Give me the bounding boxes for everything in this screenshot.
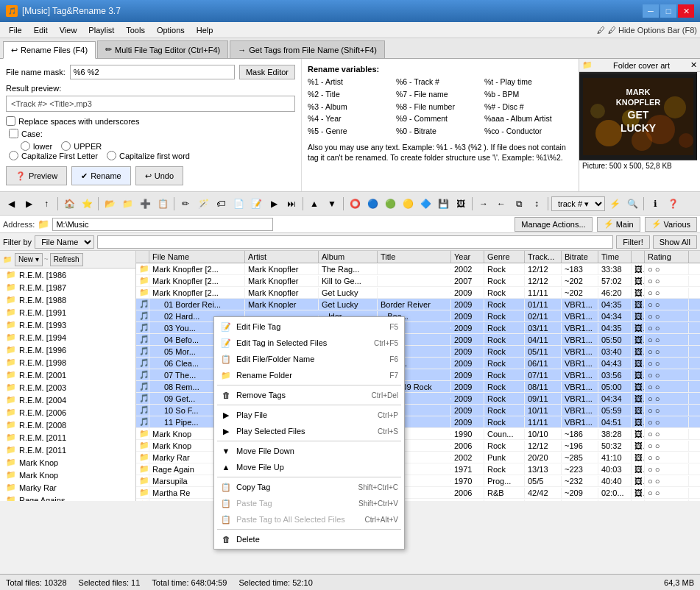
col-album[interactable]: Album [319, 251, 378, 263]
col-time[interactable]: Time [598, 251, 632, 263]
toolbar-star[interactable]: ⭐ [79, 196, 95, 212]
new-button[interactable]: New ▾ [15, 253, 43, 266]
cap-first-word-radio[interactable] [107, 151, 116, 160]
menu-file[interactable]: File [3, 24, 28, 36]
col-img[interactable] [632, 251, 645, 263]
cap-first-letter-radio[interactable] [9, 151, 18, 160]
sidebar-item-10[interactable]: 📁R.E.M. [2004 [0, 394, 135, 406]
col-year[interactable]: Year [451, 251, 484, 263]
toolbar-help[interactable]: ❓ [665, 196, 681, 212]
menu-tools[interactable]: Tools [120, 24, 151, 36]
toolbar-image[interactable]: 🖼 [453, 196, 469, 212]
sidebar-item-4[interactable]: 📁R.E.M. [1993 [0, 319, 135, 331]
col-icon[interactable] [136, 251, 149, 263]
various-button[interactable]: ⚡ Various [645, 217, 697, 232]
tab-rename[interactable]: ↩ Rename Files (F4) [3, 41, 96, 59]
context-item-edit-file-tag[interactable]: 📝 Edit File Tag F5 [214, 319, 404, 335]
toolbar-move[interactable]: ↕ [528, 196, 545, 212]
show-all-button[interactable]: Show All [653, 235, 697, 249]
context-item-play-selected[interactable]: ▶ Play Selected Files Ctrl+S [214, 423, 404, 439]
mask-editor-button[interactable]: Mask Editor [239, 65, 295, 79]
toolbar-back[interactable]: ◀ [3, 196, 19, 212]
cover-art-close[interactable]: ✕ [690, 60, 697, 70]
context-item-remove-tags[interactable]: 🗑 Remove Tags Ctrl+Del [214, 387, 404, 403]
toolbar-skip[interactable]: ⏭ [283, 196, 300, 212]
replace-spaces-checkbox[interactable] [6, 116, 15, 126]
sidebar-item-1[interactable]: 📁R.E.M. [1987 [0, 281, 135, 294]
sidebar-item-12[interactable]: 📁R.E.M. [2008 [0, 419, 135, 431]
col-track[interactable]: Track... [525, 251, 562, 263]
sidebar-item-18[interactable]: 📁Rage Agains [0, 494, 135, 501]
mask-input[interactable] [70, 65, 235, 79]
toolbar-green[interactable]: 🟢 [382, 196, 398, 212]
preview-button[interactable]: ❓ Preview [6, 166, 67, 185]
menu-view[interactable]: View [54, 24, 83, 36]
menu-playlist[interactable]: Playlist [82, 24, 120, 36]
toolbar-plus-circle[interactable]: 🔵 [364, 196, 381, 212]
upper-radio[interactable] [61, 141, 71, 151]
toolbar-copy2[interactable]: ⧉ [511, 196, 527, 212]
tab-multitag[interactable]: ✏ Multi File Tag Editor (Ctrl+F4) [97, 40, 228, 58]
toolbar-search[interactable]: 🔍 [624, 196, 640, 212]
track-select[interactable]: track # ▾ [551, 196, 605, 211]
undo-button[interactable]: ↩ Undo [135, 166, 183, 185]
toolbar-script[interactable]: ⚡ [607, 196, 623, 212]
lower-radio[interactable] [21, 141, 30, 151]
context-item-play-file[interactable]: ▶ Play File Ctrl+P [214, 407, 404, 423]
toolbar-doc[interactable]: 📝 [248, 196, 264, 212]
close-button[interactable]: ✕ [678, 4, 694, 18]
context-item-move-up[interactable]: ▲ Move File Up [214, 459, 404, 475]
toolbar-play[interactable]: ▶ [266, 196, 282, 212]
sidebar-item-3[interactable]: 📁R.E.M. [1991 [0, 306, 135, 319]
toolbar-pencil[interactable]: ✏ [177, 196, 194, 212]
maximize-button[interactable]: □ [660, 4, 676, 18]
sidebar-item-2[interactable]: 📁R.E.M. [1988 [0, 294, 135, 306]
address-input[interactable] [52, 218, 273, 231]
toolbar-arrow-right[interactable]: → [475, 196, 492, 212]
manage-actions-button[interactable]: Manage Actions... [515, 217, 592, 232]
rename-button[interactable]: ✔ Rename [71, 166, 131, 185]
context-item-rename-folder[interactable]: 📁 Rename Folder F7 [214, 367, 404, 383]
sidebar-item-11[interactable]: 📁R.E.M. [2006 [0, 406, 135, 419]
toolbar-triangle-down[interactable]: ▼ [324, 196, 340, 212]
toolbar-folder[interactable]: 📁 [119, 196, 135, 212]
sidebar-item-7[interactable]: 📁R.E.M. [1998 [0, 356, 135, 369]
toolbar-file[interactable]: 📄 [230, 196, 247, 212]
context-item-copy-tag[interactable]: 📋 Copy Tag Shift+Ctrl+C [214, 479, 404, 495]
filter-input[interactable] [97, 235, 613, 249]
col-rating[interactable]: Rating [645, 251, 689, 263]
sidebar-item-6[interactable]: 📁R.E.M. [1996 [0, 344, 135, 356]
toolbar-cyan[interactable]: 🔷 [417, 196, 434, 212]
toolbar-add[interactable]: ➕ [137, 196, 153, 212]
menu-options[interactable]: Options [151, 24, 191, 36]
main-button[interactable]: ⚡ Main [597, 217, 640, 232]
table-row[interactable]: 🎵 01 Border Rei... Mark Knopler Get Luck… [136, 299, 700, 310]
table-row[interactable]: 📁 Mark Knopfler [2... Mark Knopfler The … [136, 263, 700, 275]
toolbar-wand[interactable]: 🪄 [195, 196, 211, 212]
case-checkbox[interactable] [9, 129, 18, 138]
toolbar-tag[interactable]: 🏷 [213, 196, 229, 212]
filter-button[interactable]: Filter! [616, 235, 650, 249]
col-title[interactable]: Title [378, 251, 451, 263]
toolbar-circle[interactable]: ⭕ [347, 196, 363, 212]
minimize-button[interactable]: ─ [643, 4, 659, 18]
context-item-delete[interactable]: 🗑 Delete [214, 531, 404, 547]
hide-options-bar[interactable]: 🖊 🖊 Hide Options Bar (F8) [597, 26, 697, 35]
toolbar-triangle-up[interactable]: ▲ [306, 196, 322, 212]
toolbar-folder-open[interactable]: 📂 [102, 196, 118, 212]
tab-gettags[interactable]: → Get Tags from File Name (Shift+F4) [230, 40, 385, 58]
toolbar-yellow[interactable]: 🟡 [400, 196, 416, 212]
refresh-button[interactable]: Refresh [50, 253, 83, 266]
table-row[interactable]: 📁 Mark Knopfler [2... Mark Knopfler Get … [136, 287, 700, 299]
toolbar-home[interactable]: 🏠 [61, 196, 77, 212]
context-item-edit-tag-selected[interactable]: 📝 Edit Tag in Selected Files Ctrl+F5 [214, 335, 404, 351]
toolbar-forward[interactable]: ▶ [21, 196, 37, 212]
col-bitrate[interactable]: Bitrate [562, 251, 598, 263]
toolbar-arrow-left[interactable]: ← [493, 196, 509, 212]
sidebar-item-5[interactable]: 📁R.E.M. [1994 [0, 331, 135, 344]
toolbar-copy[interactable]: 📋 [155, 196, 171, 212]
filter-select[interactable]: File Name [35, 235, 94, 249]
menu-edit[interactable]: Edit [28, 24, 54, 36]
context-item-edit-file-folder[interactable]: 📋 Edit File/Folder Name F6 [214, 351, 404, 367]
col-filename[interactable]: File Name [149, 251, 245, 263]
